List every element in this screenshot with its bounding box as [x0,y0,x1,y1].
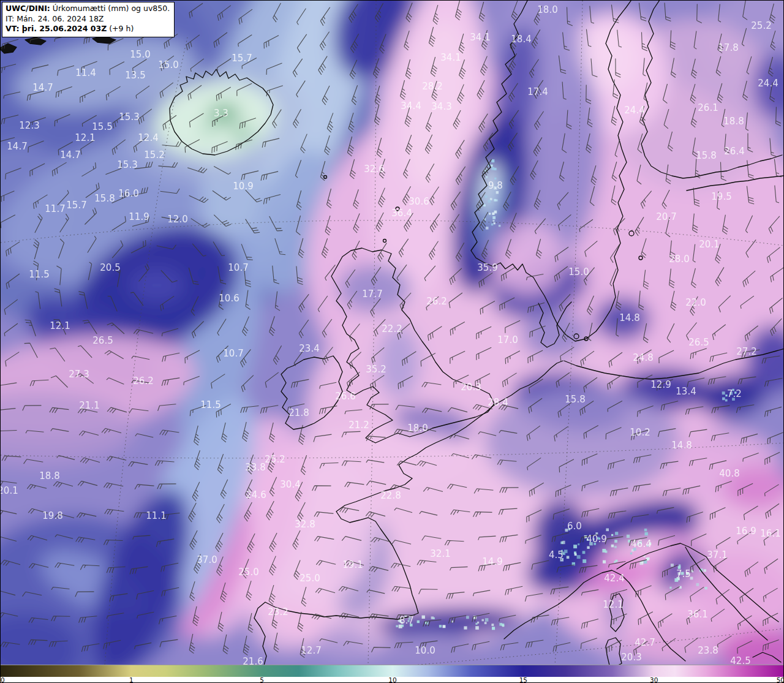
field-value-label: 25.2 [751,20,771,31]
field-value-label: 15.3 [119,111,139,123]
field-value-label: 8.7 [399,615,414,626]
field-value-label: 15.7 [232,53,252,64]
field-value-label: 6.0 [567,521,582,532]
field-value-label: 19.5 [711,191,731,202]
field-value-label: 40.8 [719,468,739,479]
terrain-speckle [605,551,608,553]
terrain-speckle [615,532,618,535]
field-value-label: 12.7 [301,645,321,656]
field-value-label: 9.8 [488,180,503,191]
field-value-label: 14.8 [619,312,639,323]
field-value-label: 10.2 [630,427,650,438]
terrain-speckle [492,627,495,630]
field-value-label: 34.1 [440,52,461,63]
terrain-speckle [671,564,674,567]
terrain-speckle [611,534,613,536]
terrain-speckle [491,165,493,167]
field-value-label: 42.7 [635,637,655,648]
field-value-label: 20.1 [1,485,18,496]
terrain-speckle [639,561,643,565]
field-value-label: 7.5 [676,568,691,579]
field-value-label: 17.7 [362,289,382,300]
field-value-label: 18.0 [407,423,428,434]
field-value-label: 10.7 [223,348,243,359]
terrain-speckle [578,543,579,545]
field-value-label: 28.4 [488,397,508,408]
terrain-speckle [696,583,699,586]
field-value-label: 15.0 [130,49,150,60]
field-value-label: 11.7 [45,203,65,214]
field-value-label: 15.7 [66,200,86,211]
field-value-label: 21.2 [349,420,369,431]
field-value-label: 37.1 [707,549,727,560]
terrain-speckle [614,540,617,543]
field-value-label: 12.1 [603,599,623,610]
terrain-speckle [491,624,494,626]
field-value-label: 36.1 [687,609,707,620]
colorbar-tick: 15 [519,676,527,683]
valid-offset: (+9 h) [107,24,134,33]
terrain-speckle [417,621,420,623]
variable-name: Úrkomumætti (mm) og uv850. [50,4,170,13]
terrain-speckle [494,211,497,214]
field-value-label: 32.8 [295,519,315,530]
terrain-speckle [475,626,479,630]
title-line-variable: UWC/DINI: Úrkomumætti (mm) og uv850. [6,4,170,14]
field-value-label: 16.0 [118,188,138,199]
field-value-label: 26.6 [335,391,355,402]
terrain-speckle [494,178,496,179]
field-value-label: 21.1 [79,400,99,411]
terrain-speckle [725,399,728,402]
terrain-speckle [669,587,671,589]
field-value-label: 20.7 [656,211,676,222]
terrain-speckle [443,625,446,628]
field-value-label: 11.4 [75,67,96,78]
field-value-label: 12.9 [650,379,671,390]
map-title-box: UWC/DINI: Úrkomumætti (mm) og uv850. IT:… [2,2,175,37]
terrain-speckle [396,625,398,628]
field-value-label: 7.2 [727,388,742,399]
field-value-label: 26.5 [688,337,709,348]
field-value-label: 20.3 [621,652,641,663]
terrain-speckle [484,622,487,624]
field-value-label: 21.8 [288,407,309,418]
terrain-speckle [439,625,442,627]
field-value-label: 12.3 [19,120,39,131]
field-value-label: 4.5 [549,549,564,560]
title-line-valid-time: VT: þri. 25.06.2024 03Z (+9 h) [6,24,170,34]
colorbar-tick: 30 [650,676,658,683]
field-value-label: 15.2 [144,149,164,160]
field-value-label: 21.6 [243,656,263,665]
terrain-speckle [614,546,617,548]
field-value-label: 14.8 [671,440,692,451]
title-line-init-time: IT: Mán. 24. 06. 2024 18Z [6,14,170,25]
terrain-speckle [496,199,497,201]
field-value-label: 32.6 [364,164,384,175]
field-value-label: 20.1 [699,239,719,250]
field-value-label: 24.8 [633,352,653,363]
field-value-label: 34.4 [401,100,421,111]
terrain-speckle [486,176,488,178]
terrain-speckle [577,555,581,559]
field-value-label: 24.4 [758,78,778,89]
field-value-label: 15.8 [696,150,716,161]
field-value-label: 15.0 [158,59,178,70]
field-value-label: 13.5 [125,70,145,81]
terrain-speckle [499,225,501,227]
field-value-label: 14.7 [60,149,80,160]
field-value-label: 25.0 [300,573,320,584]
field-value-label: 40.9 [586,534,606,545]
field-value-label: 18.8 [39,470,59,481]
terrain-speckle [606,529,609,532]
weather-map-canvas: 15.015.715.011.413.514.73.312.315.315.51… [1,1,784,665]
field-value-label: 26.4 [724,146,744,157]
terrain-speckle [582,551,586,554]
field-value-label: 11.5 [29,269,49,280]
field-value-label: 26.2 [133,375,153,387]
terrain-speckle [616,560,618,562]
terrain-speckle [499,623,502,626]
field-value-label: 24.6 [246,489,266,500]
terrain-speckle [489,213,491,214]
field-value-label: 3.3 [214,108,228,119]
field-value-label: 23.4 [299,343,319,354]
